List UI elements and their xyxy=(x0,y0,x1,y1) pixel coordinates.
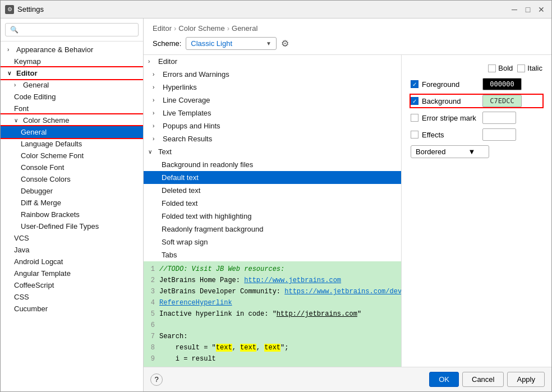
sidebar-item-color-scheme-font[interactable]: Color Scheme Font xyxy=(1,150,143,162)
list-item-live-templates[interactable]: › Live Templates xyxy=(144,107,401,119)
help-button[interactable]: ? xyxy=(150,373,163,386)
breadcrumb-part: General xyxy=(232,24,257,33)
sidebar-item-rainbow-brackets[interactable]: Rainbow Brackets xyxy=(1,209,143,220)
scheme-row: Scheme: Classic Light ▼ ⚙ xyxy=(153,37,542,50)
list-item-label: Soft wrap sign xyxy=(162,238,208,246)
list-item-search-results[interactable]: › Search Results xyxy=(144,132,401,145)
error-stripe-group: Error stripe mark xyxy=(411,112,542,124)
sidebar-item-label: General xyxy=(21,128,47,136)
error-stripe-checkbox[interactable] xyxy=(411,114,418,122)
sidebar-item-label: Debugger xyxy=(21,187,53,195)
error-stripe-color-box[interactable] xyxy=(482,112,516,124)
list-item-bg-readonly[interactable]: Background in readonly files xyxy=(144,158,401,171)
line-number: 6 xyxy=(144,320,159,330)
background-color-box[interactable]: C7EDCC xyxy=(482,95,522,107)
maximize-button[interactable]: □ xyxy=(522,4,533,15)
sidebar-item-java[interactable]: Java xyxy=(1,244,143,256)
list-item-folded-text[interactable]: Folded text xyxy=(144,197,401,210)
sidebar-item-label: Color Scheme Font xyxy=(21,151,84,160)
sidebar-item-cucumber[interactable]: Cucumber xyxy=(1,303,143,315)
list-item-label: Editor xyxy=(158,57,177,66)
line-content: i = result xyxy=(159,354,401,364)
expand-arrow: › xyxy=(153,97,160,103)
list-item-errors[interactable]: › Errors and Warnings xyxy=(144,68,401,81)
list-item-label: Deleted text xyxy=(162,186,200,195)
sidebar-item-appearance[interactable]: › Appearance & Behavior xyxy=(1,44,143,56)
bold-checkbox[interactable] xyxy=(488,64,496,72)
gear-button[interactable]: ⚙ xyxy=(281,38,289,49)
list-item-default-text[interactable]: Default text xyxy=(144,171,401,184)
sidebar-item-code-editing[interactable]: Code Editing xyxy=(1,91,143,103)
code-line-5: 5 Inactive hyperlink in code: "http://je… xyxy=(144,308,401,320)
bold-italic-row: Bold Italic xyxy=(411,64,542,72)
list-item-readonly-fragment[interactable]: Readonly fragment background xyxy=(144,223,401,236)
sidebar-item-user-defined[interactable]: User-Defined File Types xyxy=(1,220,143,232)
chevron-down-icon: ▼ xyxy=(266,40,272,47)
background-checkbox[interactable] xyxy=(411,97,418,105)
sidebar-item-general-sub[interactable]: General xyxy=(1,126,143,138)
close-button[interactable]: ✕ xyxy=(536,4,547,15)
sidebar-item-console-colors[interactable]: Console Colors xyxy=(1,173,143,185)
effects-dropdown[interactable]: Bordered ▼ xyxy=(411,145,489,158)
sidebar-item-console-font[interactable]: Console Font xyxy=(1,162,143,173)
effects-color-box[interactable] xyxy=(482,128,516,141)
expand-arrow: ∨ xyxy=(7,70,14,76)
sidebar-item-android-logcat[interactable]: Android Logcat xyxy=(1,256,143,268)
sidebar-item-diff-merge[interactable]: Diff & Merge xyxy=(1,197,143,209)
sidebar-item-font[interactable]: Font xyxy=(1,103,143,114)
apply-button[interactable]: Apply xyxy=(507,372,545,387)
foreground-checkbox[interactable] xyxy=(411,80,418,88)
minimize-button[interactable]: ─ xyxy=(509,4,520,15)
list-item-hyperlinks[interactable]: › Hyperlinks xyxy=(144,81,401,94)
line-content: JetBrains Home Page: http://www.jetbrain… xyxy=(159,275,401,285)
expand-arrow: › xyxy=(148,58,156,64)
list-item-editor[interactable]: › Editor xyxy=(144,55,401,68)
code-line-9: 9 i = result xyxy=(144,353,401,365)
list-item-popups[interactable]: › Popups and Hints xyxy=(144,119,401,132)
sidebar-item-label: User-Defined File Types xyxy=(21,222,99,230)
sidebar-item-angular[interactable]: Angular Template xyxy=(1,268,143,279)
list-item-label: Hyperlinks xyxy=(163,83,197,91)
cancel-button[interactable]: Cancel xyxy=(462,372,504,387)
sidebar: › Appearance & Behavior Keymap ∨ Editor … xyxy=(1,19,144,391)
ok-button[interactable]: OK xyxy=(429,372,459,387)
breadcrumb-sep: › xyxy=(227,24,229,33)
code-line-6: 6 xyxy=(144,320,401,331)
list-item-label: Folded text with highlighting xyxy=(162,212,251,220)
search-box[interactable] xyxy=(1,19,143,41)
list-item-folded-highlighted[interactable]: Folded text with highlighting xyxy=(144,210,401,223)
line-content xyxy=(159,320,401,330)
sidebar-item-label: Cucumber xyxy=(14,305,48,313)
list-item-text[interactable]: ∨ Text xyxy=(144,145,401,158)
sidebar-item-keymap[interactable]: Keymap xyxy=(1,56,143,67)
list-item-deleted-text[interactable]: Deleted text xyxy=(144,184,401,197)
sidebar-item-label: VCS xyxy=(14,234,29,242)
search-input[interactable] xyxy=(5,23,139,36)
sidebar-item-label: Rainbow Brackets xyxy=(21,210,80,219)
list-item-label: Live Templates xyxy=(163,109,211,117)
code-preview: 1 //TODO: Visit JB Web resources: 2 JetB… xyxy=(144,261,401,367)
sidebar-item-debugger[interactable]: Debugger xyxy=(1,185,143,197)
sidebar-item-vcs[interactable]: VCS xyxy=(1,232,143,244)
italic-checkbox[interactable] xyxy=(517,64,525,72)
list-item-soft-wrap[interactable]: Soft wrap sign xyxy=(144,236,401,248)
sidebar-item-coffeescript[interactable]: CoffeeScript xyxy=(1,279,143,291)
sidebar-item-language-defaults[interactable]: Language Defaults xyxy=(1,138,143,150)
line-number: 3 xyxy=(144,287,159,297)
scheme-dropdown[interactable]: Classic Light ▼ xyxy=(186,37,277,50)
line-content: ReferenceHyperlink xyxy=(159,298,401,308)
bottom-buttons: OK Cancel Apply xyxy=(429,372,545,387)
list-item-line-coverage[interactable]: › Line Coverage xyxy=(144,94,401,107)
code-line-7: 7 Search: xyxy=(144,331,401,342)
foreground-color-box[interactable]: 000000 xyxy=(482,78,522,90)
breadcrumb: Editor › Color Scheme › General xyxy=(153,24,542,33)
sidebar-item-css[interactable]: CSS xyxy=(1,291,143,303)
sidebar-item-editor[interactable]: ∨ Editor xyxy=(1,67,143,79)
sidebar-item-label: CSS xyxy=(14,293,29,301)
sidebar-item-color-scheme[interactable]: ∨ Color Scheme xyxy=(1,114,143,126)
sidebar-item-general[interactable]: › General xyxy=(1,79,143,91)
expand-arrow: › xyxy=(153,110,160,116)
effects-checkbox[interactable] xyxy=(411,131,418,139)
list-item-tabs[interactable]: Tabs xyxy=(144,248,401,261)
line-number: 7 xyxy=(144,331,159,342)
